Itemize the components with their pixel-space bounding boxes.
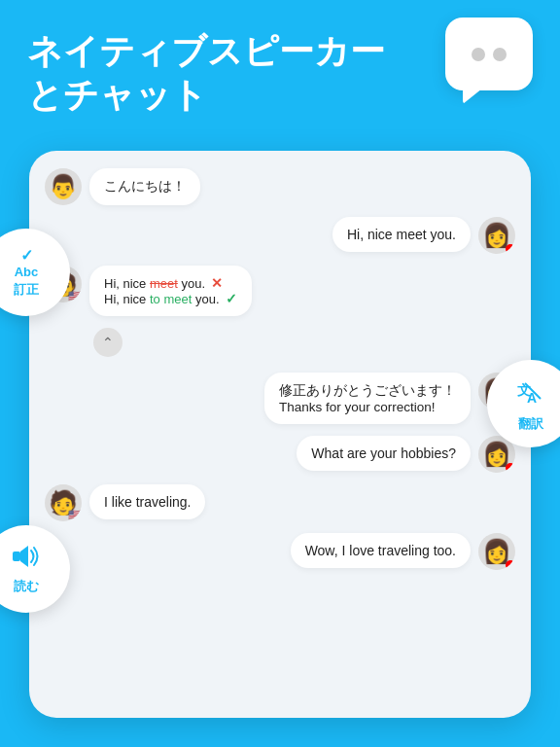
flag-icon: 🇺🇸 — [68, 290, 82, 302]
bubble-2: Hi, nice meet you. — [332, 217, 471, 252]
double-line2: Thanks for your correction! — [279, 400, 456, 414]
double-bubble: 修正ありがとうございます！ Thanks for your correction… — [264, 373, 471, 424]
message-row-4: 👩 修正ありがとうございます！ Thanks for your correcti… — [45, 373, 515, 424]
correction-label: 訂正 — [14, 281, 39, 299]
message-row-1: 👨 こんにちは！ — [45, 168, 515, 205]
dot1 — [472, 48, 485, 61]
scroll-up-icon[interactable]: ⌃ — [93, 328, 122, 357]
translate-label: 翻訳 — [518, 415, 543, 433]
correction-right-line: Hi, nice to meet you. ✓ — [104, 291, 237, 306]
bubble-text-5: What are your hobbies? — [311, 445, 456, 461]
chat-bubble-decoration — [445, 18, 533, 90]
bubble-6: I like traveling. — [89, 484, 205, 519]
avatar-female1d: 👩 — [478, 533, 515, 570]
flag-icon-2: 🇺🇸 — [68, 509, 82, 521]
translate-icon: 文 A — [515, 375, 546, 413]
dot2 — [493, 48, 507, 61]
online-dot-3 — [506, 463, 515, 473]
correction-bubble: Hi, nice meet you. ✕ Hi, nice to meet yo… — [89, 266, 252, 316]
avatar-female1: 👩 — [478, 217, 515, 254]
correct-text: Hi, nice to meet you. — [104, 292, 220, 306]
header-line2: とチャット — [27, 73, 385, 117]
header-text: ネイティブスピーカー とチャット — [27, 29, 385, 117]
avatar-male2: 🧑 🇺🇸 — [45, 484, 82, 521]
message-row-5: 👩 What are your hobbies? — [45, 436, 515, 473]
avatar-male1: 👨 — [45, 168, 82, 205]
svg-marker-4 — [20, 546, 28, 567]
bubble-5: What are your hobbies? — [297, 436, 471, 471]
correction-icon: ✓ Abc — [15, 246, 39, 279]
svg-rect-3 — [13, 551, 20, 561]
bubble-text-6: I like traveling. — [104, 494, 191, 510]
bubble-1: こんにちは！ — [89, 168, 200, 205]
bubble-text-1: こんにちは！ — [104, 178, 186, 194]
message-row-6: 🧑 🇺🇸 I like traveling. — [45, 484, 515, 521]
bubble-text-2: Hi, nice meet you. — [347, 227, 456, 242]
check-icon: ✓ — [226, 291, 237, 306]
message-row-3: 🧑 🇺🇸 Hi, nice meet you. ✕ Hi, nice to me… — [45, 266, 515, 316]
read-label: 読む — [14, 578, 39, 595]
chat-card: 👨 こんにちは！ 👩 Hi, nice meet you. 🧑 🇺🇸 — [29, 151, 531, 718]
correction-wrong-line: Hi, nice meet you. ✕ — [104, 275, 237, 291]
header-line1: ネイティブスピーカー — [27, 29, 385, 73]
online-dot-4 — [506, 560, 515, 570]
double-line1: 修正ありがとうございます！ — [279, 382, 456, 400]
online-dot — [506, 244, 515, 254]
chat-messages: 👨 こんにちは！ 👩 Hi, nice meet you. 🧑 🇺🇸 — [29, 151, 531, 587]
message-row-2: 👩 Hi, nice meet you. — [45, 217, 515, 254]
message-row-7: 👩 Wow, I love traveling too. — [45, 533, 515, 570]
bubble-text-7: Wow, I love traveling too. — [305, 543, 456, 558]
bubble-7: Wow, I love traveling too. — [291, 533, 471, 568]
x-icon: ✕ — [211, 275, 223, 291]
wrong-text: Hi, nice meet you. — [104, 276, 205, 291]
speaker-icon — [11, 543, 42, 576]
